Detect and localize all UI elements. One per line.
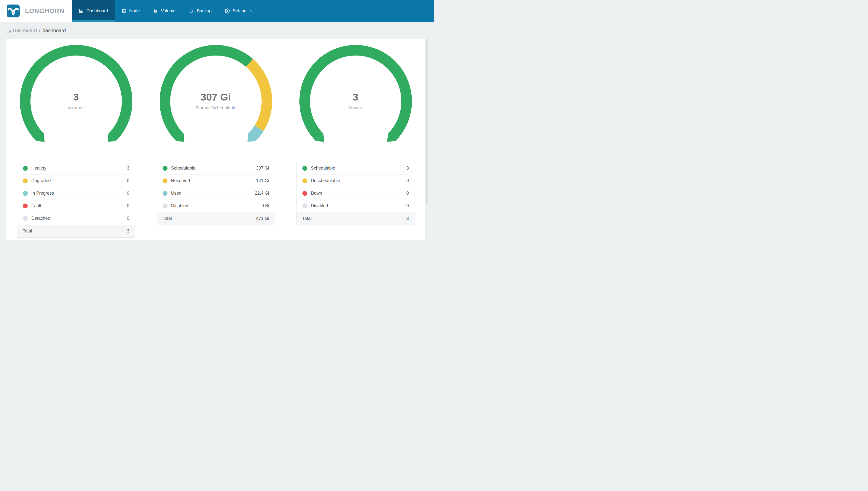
tab-label: Setting bbox=[232, 8, 246, 13]
gray-status-dot bbox=[302, 203, 307, 208]
longhorn-dashboard-page: LONGHORN Dashboard Node bbox=[0, 0, 434, 246]
tab-backup[interactable]: Backup bbox=[182, 0, 218, 22]
teal-status-dot bbox=[163, 191, 167, 196]
storage-donut-chart: 307 Gi Storage Schedulable bbox=[152, 41, 280, 158]
legend-label: Used bbox=[171, 191, 255, 196]
donut-gauge bbox=[152, 41, 280, 156]
chevron-down-icon bbox=[249, 9, 253, 13]
legend-row-unschedulable: Unschedulable0 bbox=[297, 174, 414, 187]
legend-row-schedulable: Schedulable307 Gi bbox=[157, 162, 275, 174]
breadcrumb-section[interactable]: Dashboard bbox=[13, 28, 37, 33]
legend-label: Healthy bbox=[31, 166, 127, 171]
bar-chart-icon bbox=[7, 28, 12, 33]
legend-row-schedulable: Schedulable3 bbox=[297, 162, 414, 174]
legend-label: Schedulable bbox=[311, 166, 406, 171]
gray-status-dot bbox=[23, 216, 28, 221]
brand-name: LONGHORN bbox=[25, 7, 64, 15]
legend-label: Disabled bbox=[171, 203, 261, 208]
red-status-dot bbox=[302, 191, 307, 196]
donut-gauge bbox=[292, 41, 420, 156]
tab-setting[interactable]: Setting bbox=[218, 0, 259, 22]
legend-row-detached: Detached0 bbox=[17, 212, 135, 225]
copy-icon bbox=[189, 8, 194, 13]
legend-value: 0 bbox=[406, 178, 409, 183]
legend-row-healthy: Healthy3 bbox=[17, 162, 135, 174]
legend-label: Disabled bbox=[311, 203, 406, 208]
gauge-arc-segment-green bbox=[305, 50, 406, 137]
tab-label: Dashboard bbox=[87, 8, 108, 13]
legend-label: In Progress bbox=[31, 191, 127, 196]
legend-row-down: Down0 bbox=[297, 187, 414, 200]
nav-tabs: Dashboard Node Volume bbox=[72, 0, 259, 22]
total-label: Total bbox=[163, 216, 256, 221]
legend-row-used: Used22.4 Gi bbox=[157, 187, 275, 200]
legend-row-fault: Fault0 bbox=[17, 200, 135, 212]
green-status-dot bbox=[163, 166, 167, 171]
legend-value: 0 bbox=[406, 203, 409, 208]
legend-label: Detached bbox=[31, 216, 127, 221]
nodes-legend-table: Schedulable3Unschedulable0Down0Disabled0… bbox=[297, 162, 415, 225]
total-label: Total bbox=[302, 216, 406, 221]
tab-dashboard[interactable]: Dashboard bbox=[72, 0, 115, 22]
yellow-status-dot bbox=[163, 178, 167, 183]
server-icon bbox=[153, 8, 158, 13]
total-label: Total bbox=[23, 229, 127, 234]
breadcrumb-separator: / bbox=[39, 28, 40, 33]
vertical-scrollbar-thumb[interactable] bbox=[426, 39, 428, 204]
green-status-dot bbox=[23, 166, 28, 171]
legend-value: 3 bbox=[127, 166, 129, 171]
legend-label: Reserved bbox=[171, 178, 256, 183]
tab-label: Node bbox=[129, 8, 140, 13]
legend-value: 0 bbox=[127, 191, 129, 196]
legend-row-reserved: Reserved141 Gi bbox=[157, 174, 275, 187]
gray-status-dot bbox=[163, 203, 167, 208]
breadcrumb: Dashboard / dashboard bbox=[0, 22, 434, 39]
volumes-donut-chart: 3 Volumes bbox=[12, 41, 140, 158]
legend-label: Fault bbox=[31, 203, 127, 208]
tab-node[interactable]: Node bbox=[115, 0, 146, 22]
total-value: 3 bbox=[127, 229, 129, 234]
dashboard-card: 3 Volumes Healthy3Degraded0In Progress0F… bbox=[6, 39, 425, 240]
legend-row-degraded: Degraded0 bbox=[17, 174, 135, 187]
legend-value: 3 bbox=[406, 166, 409, 171]
top-navigation-bar: LONGHORN Dashboard Node bbox=[0, 0, 434, 22]
legend-value: 0 Bi bbox=[261, 203, 269, 208]
legend-label: Unschedulable bbox=[311, 178, 406, 183]
red-status-dot bbox=[23, 203, 28, 208]
legend-value: 22.4 Gi bbox=[255, 191, 269, 196]
legend-total-row: Total3 bbox=[17, 225, 135, 237]
storage-legend-table: Schedulable307 GiReserved141 GiUsed22.4 … bbox=[157, 162, 275, 225]
legend-value: 0 bbox=[127, 203, 129, 208]
storage-panel: 307 Gi Storage Schedulable Schedulable30… bbox=[146, 39, 286, 240]
legend-value: 141 Gi bbox=[256, 178, 269, 183]
total-value: 3 bbox=[406, 216, 409, 221]
legend-total-row: Total3 bbox=[297, 212, 414, 225]
legend-row-disabled: Disabled0 Bi bbox=[157, 200, 275, 212]
gauge-arc-segment-green bbox=[25, 50, 127, 137]
legend-total-row: Total471 Gi bbox=[157, 212, 275, 225]
legend-value: 0 bbox=[127, 216, 129, 221]
gauge-arc-segment-green bbox=[165, 50, 249, 137]
legend-value: 0 bbox=[406, 191, 409, 196]
gauge-arc-segment-yellow bbox=[249, 63, 267, 128]
nodes-panel: 3 Nodes Schedulable3Unschedulable0Down0D… bbox=[286, 39, 425, 240]
yellow-status-dot bbox=[23, 178, 28, 183]
tab-label: Volume bbox=[161, 8, 176, 13]
gear-icon bbox=[225, 8, 230, 13]
volumes-panel: 3 Volumes Healthy3Degraded0In Progress0F… bbox=[6, 39, 146, 240]
legend-label: Degraded bbox=[31, 178, 127, 183]
legend-value: 307 Gi bbox=[256, 166, 269, 171]
gauge-arc-segment-teal bbox=[252, 128, 259, 137]
active-tab-indicator bbox=[72, 20, 115, 22]
legend-row-in-progress: In Progress0 bbox=[17, 187, 135, 200]
laptop-icon bbox=[121, 8, 126, 13]
tab-volume[interactable]: Volume bbox=[146, 0, 182, 22]
yellow-status-dot bbox=[302, 178, 307, 183]
bar-chart-icon bbox=[79, 8, 84, 13]
breadcrumb-current-page: dashboard bbox=[42, 28, 66, 33]
total-value: 471 Gi bbox=[256, 216, 269, 221]
volumes-legend-table: Healthy3Degraded0In Progress0Fault0Detac… bbox=[17, 162, 135, 238]
nodes-donut-chart: 3 Nodes bbox=[292, 41, 420, 158]
brand-logo-link[interactable]: LONGHORN bbox=[0, 0, 72, 22]
donut-gauge bbox=[12, 41, 140, 156]
